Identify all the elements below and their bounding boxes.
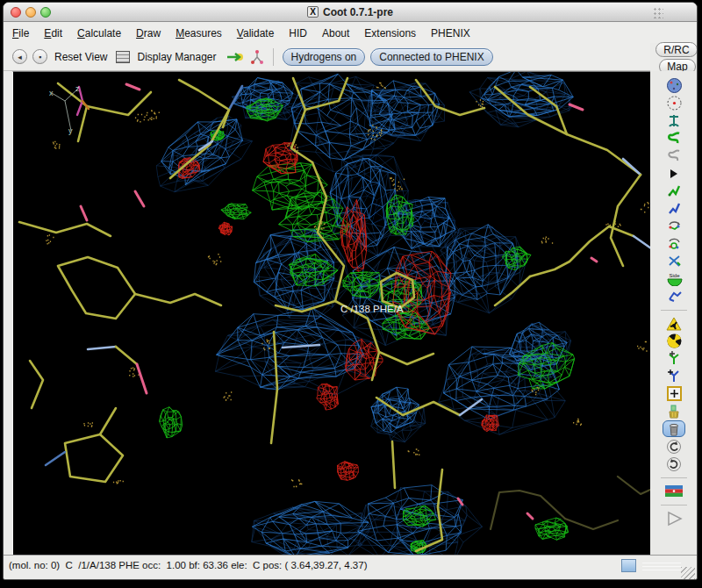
menu-item-calculate[interactable]: Calculate bbox=[77, 27, 121, 39]
minimize-button[interactable] bbox=[25, 7, 36, 18]
phenix-connection-button[interactable]: Connected to PHENIX bbox=[370, 48, 492, 66]
edit-chi-angles-icon[interactable] bbox=[663, 253, 685, 269]
x11-icon: X bbox=[307, 6, 319, 18]
back-view-button[interactable]: ◂ bbox=[12, 49, 27, 64]
svg-text:Side: Side bbox=[669, 273, 680, 278]
close-button[interactable] bbox=[11, 7, 21, 18]
delete-item-icon[interactable] bbox=[663, 420, 685, 437]
menu-item-extensions[interactable]: Extensions bbox=[364, 27, 416, 39]
molecular-scene: xyzC /138 PHE/A bbox=[13, 72, 651, 556]
rotamers-icon[interactable] bbox=[663, 235, 685, 252]
title-bar[interactable]: X Coot 0.7.1-pre bbox=[4, 3, 697, 22]
auto-fit-rotamer-icon[interactable] bbox=[663, 218, 685, 234]
menu-grip-icon[interactable] bbox=[653, 7, 663, 18]
atom-label: C /138 PHE/A bbox=[340, 304, 404, 314]
axis-label-y: y bbox=[68, 126, 73, 135]
resize-grip[interactable] bbox=[681, 567, 695, 579]
place-atom-icon[interactable] bbox=[663, 385, 685, 402]
run-script-icon[interactable] bbox=[663, 510, 685, 527]
model-toolbar: Side bbox=[650, 71, 698, 555]
menu-item-file[interactable]: File bbox=[12, 27, 29, 39]
mutate-icon[interactable] bbox=[663, 315, 685, 332]
window-title-text: Coot 0.7.1-pre bbox=[323, 6, 393, 18]
menu-item-validate[interactable]: Validate bbox=[237, 27, 275, 39]
clear-pending-icon[interactable] bbox=[663, 403, 685, 419]
menu-item-measures[interactable]: Measures bbox=[176, 27, 222, 39]
toolbar: ◂ ▪ Reset View Display Manager Hydrogens… bbox=[4, 43, 650, 71]
hydrogens-toggle-button[interactable]: Hydrogens on bbox=[283, 48, 366, 66]
zoom-button[interactable] bbox=[40, 7, 51, 18]
side-chain-flip-icon[interactable]: Side bbox=[663, 270, 685, 287]
molecule-icon[interactable] bbox=[250, 49, 264, 65]
status-bar: (mol. no: 0) C /1/A/138 PHE occ: 1.00 bf… bbox=[4, 555, 697, 580]
view-sphere-icon[interactable] bbox=[663, 77, 685, 94]
real-space-refine-icon[interactable] bbox=[663, 130, 685, 147]
ligand-flag-icon[interactable] bbox=[663, 483, 685, 499]
grip-lines bbox=[642, 563, 681, 571]
window-title: X Coot 0.7.1-pre bbox=[307, 6, 393, 18]
status-text: (mol. no: 0) C /1/A/138 PHE occ: 1.00 bf… bbox=[9, 560, 367, 570]
app-window: X Coot 0.7.1-pre FileEditCalculateDrawMe… bbox=[3, 2, 698, 580]
rigid-body-fit-icon[interactable] bbox=[663, 183, 685, 199]
add-alt-conf-icon[interactable] bbox=[663, 368, 685, 384]
gl-canvas[interactable]: xyzC /138 PHE/A bbox=[12, 71, 650, 555]
fixed-atoms-icon[interactable] bbox=[663, 165, 685, 182]
menu-item-edit[interactable]: Edit bbox=[44, 27, 62, 39]
menu-item-hid[interactable]: HID bbox=[289, 27, 307, 39]
axis-label-x: x bbox=[49, 89, 54, 97]
toolbar-separator bbox=[661, 477, 687, 478]
regularize-icon[interactable] bbox=[663, 147, 685, 164]
record-view-button[interactable]: ▪ bbox=[32, 49, 47, 64]
redo-icon[interactable] bbox=[663, 455, 685, 472]
toolbar-separator bbox=[661, 505, 687, 506]
toolbar-separator bbox=[273, 48, 274, 66]
simple-mutate-icon[interactable] bbox=[663, 333, 685, 349]
go-arrow-icon[interactable] bbox=[226, 50, 245, 64]
reset-view-button[interactable]: Reset View bbox=[54, 51, 107, 63]
rrc-button[interactable]: R/RC bbox=[655, 42, 698, 57]
status-scrollbar-thumb[interactable] bbox=[621, 559, 636, 572]
flip-peptide-icon[interactable] bbox=[663, 288, 685, 305]
display-manager-button[interactable]: Display Manager bbox=[137, 51, 216, 63]
menu-item-about[interactable]: About bbox=[322, 27, 349, 39]
anchor-icon[interactable] bbox=[663, 112, 685, 129]
rot-trans-zone-icon[interactable] bbox=[663, 200, 685, 217]
axis-label-z: z bbox=[75, 84, 80, 93]
display-manager-icon[interactable] bbox=[116, 51, 130, 63]
menu-bar: FileEditCalculateDrawMeasuresValidateHID… bbox=[4, 23, 697, 43]
menu-item-draw[interactable]: Draw bbox=[136, 27, 161, 39]
recentre-icon[interactable] bbox=[663, 95, 685, 111]
menu-item-phenix[interactable]: PHENIX bbox=[431, 27, 470, 39]
toolbar-separator bbox=[661, 310, 687, 311]
add-terminal-residue-icon[interactable] bbox=[663, 350, 685, 367]
undo-icon[interactable] bbox=[663, 438, 685, 455]
